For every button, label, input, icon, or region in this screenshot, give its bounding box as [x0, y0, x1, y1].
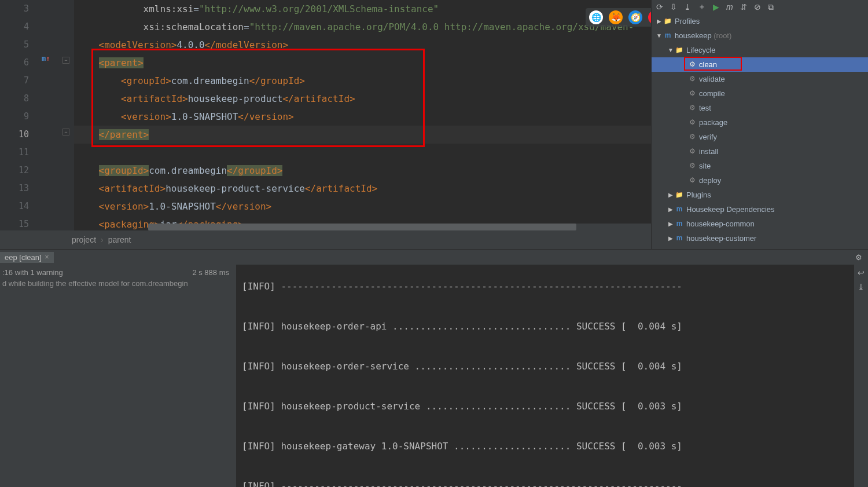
gear-icon [687, 176, 697, 185]
build-warning: d while building the effective model for… [0, 278, 236, 289]
build-output-tree[interactable]: :16 with 1 warning2 s 888 ms d while bui… [0, 265, 236, 487]
run-tab-bar: eep [clean]× ⚙ [0, 250, 868, 265]
horizontal-scrollbar[interactable] [148, 224, 651, 230]
build-duration: 2 s 888 ms [192, 268, 234, 277]
folder-icon [675, 46, 684, 55]
console-line: [INFO] housekeep-order-api .............… [242, 317, 854, 335]
lifecycle-goal-compile[interactable]: compile [652, 86, 868, 101]
module-node[interactable]: ▶housekeep-common [652, 217, 868, 231]
browser-preview-toolbar: 🌐 🦊 🧭 O e e [586, 8, 651, 27]
breadcrumb[interactable]: project›parent [0, 230, 651, 249]
dependencies-node[interactable]: ▶Housekeep Dependencies [652, 202, 868, 217]
gear-icon [687, 147, 697, 156]
gear-icon [687, 104, 697, 113]
safari-icon[interactable]: 🧭 [628, 10, 642, 24]
plugins-node[interactable]: ▶Plugins [652, 188, 868, 202]
lifecycle-node[interactable]: ▼Lifecycle [652, 43, 868, 57]
lifecycle-goal-validate[interactable]: validate [652, 72, 868, 86]
close-icon[interactable]: × [45, 253, 49, 261]
maven-tree[interactable]: ▶Profiles ▼housekeep (root) ▼Lifecycle c… [652, 14, 868, 249]
maven-module-icon [675, 219, 684, 229]
toggle-skip-tests-icon[interactable]: ⊘ [754, 2, 761, 12]
scroll-to-end-icon[interactable]: ⤓ [858, 282, 865, 291]
gutter-annotations: m↑ − − [39, 0, 74, 230]
breadcrumb-item[interactable]: parent [108, 235, 131, 244]
console-line: [INFO] housekeep-product-service .......… [242, 397, 854, 415]
console-line: [INFO] ---------------------------------… [242, 277, 854, 295]
fold-end-icon[interactable]: − [62, 129, 69, 136]
maven-module-icon [675, 205, 684, 214]
gear-icon [687, 89, 697, 98]
lifecycle-goal-package[interactable]: package [652, 115, 868, 130]
opera-icon[interactable]: O [648, 10, 651, 24]
execute-goal-icon[interactable]: m [726, 2, 733, 12]
module-node[interactable]: ▶housekeep-customer [652, 231, 868, 246]
run-icon[interactable]: ▶ [713, 2, 719, 12]
lifecycle-goal-test[interactable]: test [652, 101, 868, 115]
console-line: [INFO] housekeep-order-service .........… [242, 357, 854, 375]
maven-module-icon [663, 31, 672, 41]
folder-icon [675, 191, 684, 200]
lifecycle-goal-install[interactable]: install [652, 144, 868, 159]
generate-sources-icon[interactable]: ⇩ [670, 2, 677, 12]
console-line: [INFO] ---------------------------------… [242, 477, 854, 487]
code-content[interactable]: 🌐 🦊 🧭 O e e xmlns:xsi="http://www.w3.org… [74, 0, 651, 230]
lifecycle-goal-deploy[interactable]: deploy [652, 173, 868, 188]
breadcrumb-item[interactable]: project [72, 235, 96, 244]
code-editor[interactable]: 3 4 5 6 7 8 9 10 11 12 13 14 15 m↑ − [0, 0, 651, 230]
gear-icon [687, 162, 697, 171]
lifecycle-goal-verify[interactable]: verify [652, 130, 868, 144]
gear-icon [687, 118, 697, 127]
soft-wrap-icon[interactable]: ↩ [858, 268, 865, 277]
editor-area: 3 4 5 6 7 8 9 10 11 12 13 14 15 m↑ − [0, 0, 651, 249]
gear-icon [687, 60, 697, 69]
toggle-offline-icon[interactable]: ⇵ [740, 2, 747, 12]
run-tab[interactable]: eep [clean]× [0, 252, 54, 263]
fold-start-icon[interactable]: − [62, 57, 69, 64]
lifecycle-goal-clean[interactable]: clean [652, 57, 868, 72]
folder-icon [663, 17, 672, 26]
chrome-icon[interactable]: 🌐 [589, 10, 603, 24]
build-status: :16 with 1 warning [2, 268, 63, 277]
download-icon[interactable]: ⤓ [684, 2, 691, 12]
maven-toolbar: ⟳ ⇩ ⤓ ＋ ▶ m ⇵ ⊘ ⧉ [652, 0, 868, 14]
console-line: [INFO] housekeep-gateway 1.0-SNAPSHOT ..… [242, 437, 854, 455]
console-output[interactable]: [INFO] ---------------------------------… [236, 265, 854, 487]
firefox-icon[interactable]: 🦊 [609, 10, 623, 24]
add-icon[interactable]: ＋ [698, 2, 706, 12]
gear-icon [687, 75, 697, 84]
maven-module-icon [675, 234, 684, 243]
maven-tool-window: ⟳ ⇩ ⤓ ＋ ▶ m ⇵ ⊘ ⧉ ▶Profiles ▼housekeep (… [651, 0, 868, 249]
root-project-node[interactable]: ▼housekeep (root) [652, 28, 868, 43]
show-deps-icon[interactable]: ⧉ [768, 2, 774, 12]
profiles-node[interactable]: ▶Profiles [652, 14, 868, 28]
console-side-toolbar: ↩ ⤓ [854, 265, 868, 487]
gear-icon[interactable]: ⚙ [855, 253, 862, 262]
maven-marker-icon: m↑ [42, 54, 50, 63]
gear-icon [687, 133, 697, 142]
line-gutter: 3 4 5 6 7 8 9 10 11 12 13 14 15 [0, 0, 39, 230]
run-tool-window: eep [clean]× ⚙ :16 with 1 warning2 s 888… [0, 249, 868, 487]
refresh-icon[interactable]: ⟳ [656, 2, 663, 12]
lifecycle-goal-site[interactable]: site [652, 159, 868, 173]
